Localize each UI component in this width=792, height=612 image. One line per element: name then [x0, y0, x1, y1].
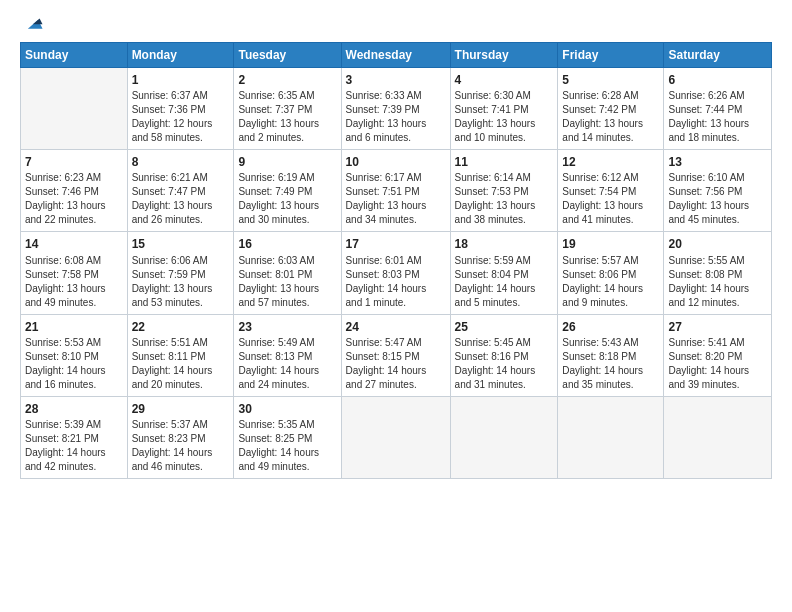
day-number: 23 [238, 319, 336, 335]
weekday-header: Monday [127, 43, 234, 68]
day-number: 12 [562, 154, 659, 170]
day-number: 5 [562, 72, 659, 88]
day-number: 30 [238, 401, 336, 417]
day-number: 9 [238, 154, 336, 170]
day-info: Sunrise: 6:17 AM Sunset: 7:51 PM Dayligh… [346, 171, 446, 227]
day-number: 11 [455, 154, 554, 170]
calendar-week-row: 7Sunrise: 6:23 AM Sunset: 7:46 PM Daylig… [21, 150, 772, 232]
day-info: Sunrise: 6:21 AM Sunset: 7:47 PM Dayligh… [132, 171, 230, 227]
calendar-cell: 20Sunrise: 5:55 AM Sunset: 8:08 PM Dayli… [664, 232, 772, 314]
calendar-cell [341, 396, 450, 478]
day-info: Sunrise: 5:47 AM Sunset: 8:15 PM Dayligh… [346, 336, 446, 392]
day-number: 16 [238, 236, 336, 252]
weekday-header: Saturday [664, 43, 772, 68]
day-number: 2 [238, 72, 336, 88]
weekday-header: Wednesday [341, 43, 450, 68]
day-info: Sunrise: 5:51 AM Sunset: 8:11 PM Dayligh… [132, 336, 230, 392]
day-info: Sunrise: 5:43 AM Sunset: 8:18 PM Dayligh… [562, 336, 659, 392]
day-info: Sunrise: 6:08 AM Sunset: 7:58 PM Dayligh… [25, 254, 123, 310]
day-info: Sunrise: 6:06 AM Sunset: 7:59 PM Dayligh… [132, 254, 230, 310]
calendar-cell: 13Sunrise: 6:10 AM Sunset: 7:56 PM Dayli… [664, 150, 772, 232]
day-info: Sunrise: 6:01 AM Sunset: 8:03 PM Dayligh… [346, 254, 446, 310]
day-number: 29 [132, 401, 230, 417]
day-number: 27 [668, 319, 767, 335]
calendar-cell: 30Sunrise: 5:35 AM Sunset: 8:25 PM Dayli… [234, 396, 341, 478]
day-info: Sunrise: 6:23 AM Sunset: 7:46 PM Dayligh… [25, 171, 123, 227]
weekday-header: Thursday [450, 43, 558, 68]
calendar-cell: 21Sunrise: 5:53 AM Sunset: 8:10 PM Dayli… [21, 314, 128, 396]
day-info: Sunrise: 6:26 AM Sunset: 7:44 PM Dayligh… [668, 89, 767, 145]
calendar-cell [450, 396, 558, 478]
calendar-cell: 4Sunrise: 6:30 AM Sunset: 7:41 PM Daylig… [450, 68, 558, 150]
calendar-cell: 12Sunrise: 6:12 AM Sunset: 7:54 PM Dayli… [558, 150, 664, 232]
day-info: Sunrise: 5:35 AM Sunset: 8:25 PM Dayligh… [238, 418, 336, 474]
day-info: Sunrise: 6:28 AM Sunset: 7:42 PM Dayligh… [562, 89, 659, 145]
logo-icon [22, 14, 44, 36]
calendar-cell: 11Sunrise: 6:14 AM Sunset: 7:53 PM Dayli… [450, 150, 558, 232]
day-number: 18 [455, 236, 554, 252]
day-info: Sunrise: 6:33 AM Sunset: 7:39 PM Dayligh… [346, 89, 446, 145]
calendar-cell: 26Sunrise: 5:43 AM Sunset: 8:18 PM Dayli… [558, 314, 664, 396]
day-number: 3 [346, 72, 446, 88]
day-number: 21 [25, 319, 123, 335]
day-info: Sunrise: 5:57 AM Sunset: 8:06 PM Dayligh… [562, 254, 659, 310]
calendar-table: SundayMondayTuesdayWednesdayThursdayFrid… [20, 42, 772, 479]
calendar-cell: 6Sunrise: 6:26 AM Sunset: 7:44 PM Daylig… [664, 68, 772, 150]
calendar-cell: 15Sunrise: 6:06 AM Sunset: 7:59 PM Dayli… [127, 232, 234, 314]
weekday-header: Sunday [21, 43, 128, 68]
calendar-cell: 3Sunrise: 6:33 AM Sunset: 7:39 PM Daylig… [341, 68, 450, 150]
day-info: Sunrise: 5:53 AM Sunset: 8:10 PM Dayligh… [25, 336, 123, 392]
day-info: Sunrise: 6:37 AM Sunset: 7:36 PM Dayligh… [132, 89, 230, 145]
calendar-cell [664, 396, 772, 478]
day-number: 4 [455, 72, 554, 88]
day-info: Sunrise: 6:12 AM Sunset: 7:54 PM Dayligh… [562, 171, 659, 227]
day-number: 20 [668, 236, 767, 252]
calendar-cell: 17Sunrise: 6:01 AM Sunset: 8:03 PM Dayli… [341, 232, 450, 314]
day-info: Sunrise: 5:45 AM Sunset: 8:16 PM Dayligh… [455, 336, 554, 392]
calendar-cell: 10Sunrise: 6:17 AM Sunset: 7:51 PM Dayli… [341, 150, 450, 232]
day-info: Sunrise: 6:19 AM Sunset: 7:49 PM Dayligh… [238, 171, 336, 227]
calendar-cell: 7Sunrise: 6:23 AM Sunset: 7:46 PM Daylig… [21, 150, 128, 232]
calendar-cell: 5Sunrise: 6:28 AM Sunset: 7:42 PM Daylig… [558, 68, 664, 150]
day-info: Sunrise: 6:30 AM Sunset: 7:41 PM Dayligh… [455, 89, 554, 145]
day-number: 26 [562, 319, 659, 335]
day-number: 24 [346, 319, 446, 335]
day-info: Sunrise: 5:55 AM Sunset: 8:08 PM Dayligh… [668, 254, 767, 310]
day-info: Sunrise: 5:59 AM Sunset: 8:04 PM Dayligh… [455, 254, 554, 310]
calendar-cell: 23Sunrise: 5:49 AM Sunset: 8:13 PM Dayli… [234, 314, 341, 396]
calendar-cell: 25Sunrise: 5:45 AM Sunset: 8:16 PM Dayli… [450, 314, 558, 396]
day-number: 6 [668, 72, 767, 88]
day-number: 15 [132, 236, 230, 252]
weekday-header: Friday [558, 43, 664, 68]
svg-marker-1 [33, 18, 43, 24]
day-number: 8 [132, 154, 230, 170]
calendar-cell [558, 396, 664, 478]
day-info: Sunrise: 5:39 AM Sunset: 8:21 PM Dayligh… [25, 418, 123, 474]
calendar-cell [21, 68, 128, 150]
day-info: Sunrise: 6:14 AM Sunset: 7:53 PM Dayligh… [455, 171, 554, 227]
weekday-header: Tuesday [234, 43, 341, 68]
calendar-header-row: SundayMondayTuesdayWednesdayThursdayFrid… [21, 43, 772, 68]
day-number: 10 [346, 154, 446, 170]
calendar-cell: 29Sunrise: 5:37 AM Sunset: 8:23 PM Dayli… [127, 396, 234, 478]
page: SundayMondayTuesdayWednesdayThursdayFrid… [0, 0, 792, 612]
logo [20, 18, 44, 36]
calendar-cell: 1Sunrise: 6:37 AM Sunset: 7:36 PM Daylig… [127, 68, 234, 150]
day-info: Sunrise: 6:35 AM Sunset: 7:37 PM Dayligh… [238, 89, 336, 145]
day-info: Sunrise: 5:49 AM Sunset: 8:13 PM Dayligh… [238, 336, 336, 392]
header [20, 18, 772, 36]
calendar-cell: 14Sunrise: 6:08 AM Sunset: 7:58 PM Dayli… [21, 232, 128, 314]
calendar-cell: 9Sunrise: 6:19 AM Sunset: 7:49 PM Daylig… [234, 150, 341, 232]
calendar-cell: 24Sunrise: 5:47 AM Sunset: 8:15 PM Dayli… [341, 314, 450, 396]
day-number: 1 [132, 72, 230, 88]
day-info: Sunrise: 5:41 AM Sunset: 8:20 PM Dayligh… [668, 336, 767, 392]
calendar-cell: 16Sunrise: 6:03 AM Sunset: 8:01 PM Dayli… [234, 232, 341, 314]
calendar-cell: 28Sunrise: 5:39 AM Sunset: 8:21 PM Dayli… [21, 396, 128, 478]
day-info: Sunrise: 5:37 AM Sunset: 8:23 PM Dayligh… [132, 418, 230, 474]
day-info: Sunrise: 6:03 AM Sunset: 8:01 PM Dayligh… [238, 254, 336, 310]
calendar-cell: 22Sunrise: 5:51 AM Sunset: 8:11 PM Dayli… [127, 314, 234, 396]
calendar-week-row: 28Sunrise: 5:39 AM Sunset: 8:21 PM Dayli… [21, 396, 772, 478]
calendar-week-row: 21Sunrise: 5:53 AM Sunset: 8:10 PM Dayli… [21, 314, 772, 396]
day-number: 17 [346, 236, 446, 252]
day-info: Sunrise: 6:10 AM Sunset: 7:56 PM Dayligh… [668, 171, 767, 227]
